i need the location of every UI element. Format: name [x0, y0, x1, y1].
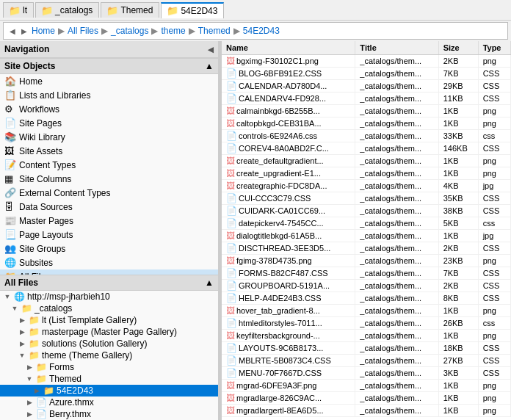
breadcrumb-item-54e2d43[interactable]: 54E2D43 — [243, 26, 280, 36]
nav-item-page-layouts[interactable]: 📃Page Layouts — [0, 228, 218, 242]
table-row[interactable]: 🖼fgimg-378D4735.png_catalogs/them...23KB… — [222, 255, 511, 267]
nav-icon: ▦ — [4, 173, 16, 184]
tree-label: solutions (Solution Gallery) — [42, 338, 147, 349]
nav-icon: 📃 — [4, 229, 16, 240]
col-header-title[interactable]: Title — [355, 41, 438, 55]
table-row[interactable]: 📄LAYOUTS-9C6B8173..._catalogs/them...18K… — [222, 342, 511, 355]
tree-item-forms[interactable]: ▶📁Forms — [0, 361, 218, 373]
tree-item--catalogs[interactable]: ▼📁_catalogs — [0, 303, 218, 314]
table-row[interactable]: 🖼create_defaultgradient..._catalogs/them… — [222, 155, 511, 167]
nav-item-site-groups[interactable]: 👥Site Groups — [0, 242, 218, 256]
nav-item-subsites[interactable]: 🌐Subsites — [0, 256, 218, 269]
table-row[interactable]: 📄CUIDARK-CA01CC69..._catalogs/them...38K… — [222, 205, 511, 217]
file-type-icon: 📄 — [226, 143, 237, 153]
nav-item-workflows[interactable]: ⚙Workflows — [0, 102, 218, 116]
folder-icon: 📁 — [107, 5, 117, 15]
nav-item-master-pages[interactable]: 📰Master Pages — [0, 214, 218, 228]
file-title: _catalogs/them... — [355, 280, 438, 292]
tree-icon: 🌐 — [14, 292, 25, 302]
nav-label: Site Groups — [19, 244, 65, 254]
table-header-row: NameTitleSizeType — [222, 41, 511, 55]
site-objects-collapse[interactable]: ▲ — [205, 61, 214, 71]
file-size: 29KB — [438, 80, 478, 93]
table-row[interactable]: 🖼mgradlarge-826C9AC..._catalogs/them...1… — [222, 392, 511, 405]
tree-item-azure-thmx[interactable]: ▶📄Azure.thmx — [0, 397, 218, 408]
table-row[interactable]: 📄HELP-A4DE24B3.CSS_catalogs/them...8KBCS… — [222, 292, 511, 305]
tab-themed[interactable]: 📁Themed — [101, 2, 159, 18]
breadcrumb-item-theme[interactable]: theme — [161, 26, 185, 36]
tree-item-54e2d43[interactable]: ▶📁54E2D43 — [0, 385, 218, 397]
tree-item-themed[interactable]: ▼📁Themed — [0, 373, 218, 385]
table-row[interactable]: 🖼creategraphic-FDC8DA..._catalogs/them..… — [222, 180, 511, 192]
file-type: CSS — [478, 280, 510, 292]
table-row[interactable]: 🖼hover_tab_gradient-8..._catalogs/them..… — [222, 305, 511, 317]
table-row[interactable]: 📄MENU-70F7667D.CSS_catalogs/them...3KBCS… — [222, 367, 511, 380]
table-row[interactable]: 📄CALENDARV4-FD928..._catalogs/them...11K… — [222, 93, 511, 105]
file-type-icon: 📄 — [226, 93, 237, 104]
tab-label: lt — [23, 5, 27, 15]
nav-label: Content Types — [19, 160, 76, 170]
breadcrumb-item-themed[interactable]: Themed — [198, 26, 231, 36]
table-row[interactable]: 📄MBLRTE-5B0873C4.CSS_catalogs/them...27K… — [222, 355, 511, 367]
table-row[interactable]: 📄BLOG-6BFB91E2.CSS_catalogs/them...7KBCS… — [222, 68, 511, 80]
tree-item-berry-thmx[interactable]: ▶📄Berry.thmx — [0, 408, 218, 420]
file-type: png — [478, 117, 510, 130]
nav-icon: 📰 — [4, 215, 16, 226]
table-row[interactable]: 🖼bgximg-F30102C1.png_catalogs/them...2KB… — [222, 55, 511, 68]
col-header-name[interactable]: Name — [222, 41, 355, 55]
folder-icon: 📁 — [167, 6, 178, 16]
table-row[interactable]: 📄CALENDAR-AD780D4..._catalogs/them...29K… — [222, 80, 511, 93]
all-files-collapse[interactable]: ▲ — [205, 278, 214, 288]
nav-item-lists-and-libraries[interactable]: 📋Lists and Libraries — [0, 88, 218, 102]
tab-lt[interactable]: 📁lt — [3, 2, 34, 18]
table-row[interactable]: 📄htmleditorstyles-7011..._catalogs/them.… — [222, 317, 511, 330]
breadcrumb-item-catalogs[interactable]: _catalogs — [111, 26, 148, 36]
nav-item-site-assets[interactable]: 🖼Site Assets — [0, 144, 218, 158]
table-row[interactable]: 📄GROUPBOARD-5191A..._catalogs/them...2KB… — [222, 280, 511, 292]
table-row[interactable]: 📄DISCTHREAD-3EE3D5..._catalogs/them...2K… — [222, 242, 511, 255]
back-button[interactable]: ◀ — [8, 27, 17, 35]
breadcrumb-item-home[interactable]: Home — [32, 26, 55, 36]
tab-54e2d43[interactable]: 📁54E2D43 — [161, 2, 224, 18]
nav-item-site-pages[interactable]: 📄Site Pages — [0, 116, 218, 130]
tree-item-masterpage--master-page-galler[interactable]: ▶📁masterpage (Master Page Gallery) — [0, 326, 218, 338]
forward-button[interactable]: ▶ — [20, 27, 29, 35]
table-row[interactable]: 📄COREV4-8A0ABD2F.C..._catalogs/them...14… — [222, 142, 511, 155]
nav-item-content-types[interactable]: 📝Content Types — [0, 158, 218, 172]
file-name: 🖼calmainbkgd-6B255B... — [222, 105, 355, 117]
nav-item-site-columns[interactable]: ▦Site Columns — [0, 172, 218, 186]
breadcrumb-item-allfiles[interactable]: All Files — [68, 26, 98, 36]
nav-item-all-files[interactable]: 📁All Files — [0, 269, 218, 275]
nav-item-wiki-library[interactable]: 📚Wiki Library — [0, 130, 218, 144]
file-size: 1KB — [438, 167, 478, 180]
tree-item-solutions--solution-gallery-[interactable]: ▶📁solutions (Solution Gallery) — [0, 338, 218, 350]
table-row[interactable]: 🖼caltopbkgd-CEB31BA..._catalogs/them...1… — [222, 117, 511, 130]
tree-icon: 📁 — [29, 338, 40, 349]
nav-collapse-button[interactable]: ◀ — [208, 46, 214, 54]
file-title: _catalogs/them... — [355, 405, 438, 417]
table-row[interactable]: 📄controls-6E924A6.css_catalogs/them...33… — [222, 130, 511, 142]
col-header-type[interactable]: Type — [478, 41, 510, 55]
table-row[interactable]: 📄CUI-CCC3C79.CSS_catalogs/them...35KBCSS — [222, 192, 511, 205]
nav-item-home[interactable]: 🏠Home — [0, 74, 218, 88]
table-row[interactable]: 🖼mgradlargertl-8EA6D5..._catalogs/them..… — [222, 405, 511, 417]
nav-item-external-content-types[interactable]: 🔗External Content Types — [0, 186, 218, 200]
nav-icon: ⚙ — [4, 104, 16, 115]
file-type: CSS — [478, 292, 510, 305]
nav-item-data-sources[interactable]: 🗄Data Sources — [0, 200, 218, 214]
tree-item-theme--theme-gallery-[interactable]: ▼📁theme (Theme Gallery) — [0, 350, 218, 361]
tab-catalogs[interactable]: 📁_catalogs — [35, 2, 99, 18]
tree-item-lt--list-template-gallery-[interactable]: ▶📁lt (List Template Gallery) — [0, 314, 218, 326]
table-row[interactable]: 📄datepickerv4-7545CC..._catalogs/them...… — [222, 217, 511, 230]
file-title: _catalogs/them... — [355, 93, 438, 105]
table-row[interactable]: 🖼dialogtitlebkgd-61A5B..._catalogs/them.… — [222, 230, 511, 242]
tree-item-http---msp-jharbieh10[interactable]: ▼🌐http://msp-jharbieh10 — [0, 291, 218, 303]
table-row[interactable]: 🖼keyfiltersbackground-..._catalogs/them.… — [222, 330, 511, 342]
tree-label: theme (Theme Gallery) — [42, 350, 132, 361]
table-row[interactable]: 📄FORMS-B82CF487.CSS_catalogs/them...7KBC… — [222, 267, 511, 280]
table-row[interactable]: 🖼mgrad-6DFE9A3F.png_catalogs/them...1KBp… — [222, 380, 511, 392]
table-row[interactable]: 🖼create_upgradient-E1..._catalogs/them..… — [222, 167, 511, 180]
col-header-size[interactable]: Size — [438, 41, 478, 55]
table-row[interactable]: 🖼calmainbkgd-6B255B..._catalogs/them...1… — [222, 105, 511, 117]
nav-icon: 🌐 — [4, 257, 16, 268]
